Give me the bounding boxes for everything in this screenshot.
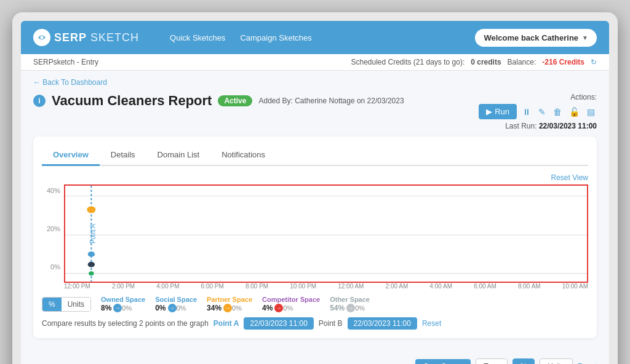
credits-info: Scheduled Credits (21 days to go): 0 cre…	[351, 58, 597, 66]
compare-text: Compare results by selecting 2 points on…	[42, 319, 209, 328]
legend-competitor: Competitor Space 4% → 0%	[262, 296, 320, 312]
balance-value: -216 Credits	[542, 58, 584, 66]
x-label-600pm: 6:00 PM	[201, 283, 224, 290]
tab-notifications[interactable]: Notifications	[210, 145, 276, 166]
x-label-400pm: 4:00 PM	[156, 283, 179, 290]
nav-links: Quick Sketches Campaign Sketches	[170, 33, 463, 42]
tab-domain-list[interactable]: Domain List	[146, 145, 211, 166]
pct-toggle-btn[interactable]: %	[42, 298, 62, 311]
chart-x-axis: 12:00 PM 2:00 PM 4:00 PM 6:00 PM 8:00 PM…	[64, 283, 588, 290]
partner-space-value: 34% → 0%	[207, 304, 252, 312]
other-space-title: Other Space	[330, 296, 370, 303]
serp-space-button[interactable]: Serp Space	[415, 359, 471, 364]
view-toggle: % Units	[42, 297, 91, 312]
chart-svg: Point A	[65, 186, 587, 282]
overview-tabs: Overview Details Domain List Notificatio…	[42, 145, 588, 166]
lock-button[interactable]: 🔓	[567, 105, 581, 119]
legend-social: Social Space 0% → 0%	[155, 296, 197, 312]
tab-overview[interactable]: Overview	[42, 145, 100, 166]
owned-space-change: → 0%	[113, 304, 132, 312]
back-to-dashboard-link[interactable]: ← Back To Dashboard	[33, 78, 597, 87]
legend-other: Other Space 54% → 0%	[330, 296, 370, 312]
run-button[interactable]: ▶ Run	[479, 104, 517, 119]
other-space-change: → 0%	[346, 304, 365, 312]
top-navigation: SERPSKETCH Quick Sketches Campaign Sketc…	[21, 21, 609, 54]
x-label-200am: 2:00 AM	[386, 283, 409, 290]
x-label-1200am: 12:00 AM	[338, 283, 364, 290]
svg-point-6	[87, 206, 95, 213]
sub-navigation: SERPsketch - Entry Scheduled Credits (21…	[21, 54, 609, 71]
datetime-b-badge[interactable]: 22/03/2023 11:00	[348, 317, 417, 330]
partner-space-change: → 0%	[223, 304, 242, 312]
last-run-date: 22/03/2023 11:00	[539, 122, 597, 130]
competitor-space-change: → 0%	[274, 304, 293, 312]
bottom-toolbar: Serp Space Tags % Units Reset	[21, 354, 609, 364]
chart-legend: % Units Owned Space 8% → 0%	[42, 296, 588, 312]
edit-button[interactable]: ✎	[536, 105, 548, 119]
svg-point-7	[88, 251, 95, 257]
x-label-400am: 4:00 AM	[429, 283, 452, 290]
owned-space-title: Owned Space	[101, 296, 145, 303]
export-button[interactable]: ▤	[585, 105, 597, 119]
scheduled-label: Scheduled Credits (21 days to go):	[351, 58, 465, 66]
svg-point-9	[89, 271, 94, 275]
competitor-space-title: Competitor Space	[262, 296, 320, 303]
logo: SERPSKETCH	[33, 29, 139, 46]
balance-label: Balance:	[508, 58, 536, 66]
units-toggle-btn[interactable]: Units	[62, 298, 90, 311]
delete-button[interactable]: 🗑	[551, 105, 564, 119]
legend-owned: Owned Space 8% → 0%	[101, 296, 145, 312]
owned-space-value: 8% → 0%	[101, 304, 145, 312]
chart-main[interactable]: Point A	[64, 184, 588, 283]
competitor-change-icon: →	[274, 304, 283, 312]
owned-change-icon: →	[113, 304, 122, 312]
x-label-200pm: 2:00 PM	[112, 283, 135, 290]
action-buttons: ▶ Run ⏸ ✎ 🗑 🔓 ▤	[479, 104, 597, 119]
datetime-a-badge[interactable]: 22/03/2023 11:00	[244, 317, 313, 330]
point-b-separator: Point B	[319, 319, 343, 328]
svg-point-8	[88, 262, 95, 267]
campaign-sketches-link[interactable]: Campaign Sketches	[240, 33, 311, 42]
refresh-icon[interactable]: ↻	[591, 58, 597, 66]
units-button[interactable]: Units	[540, 358, 572, 364]
x-label-800pm: 8:00 PM	[245, 283, 268, 290]
actions-label: Actions:	[479, 93, 597, 101]
added-by: Added By: Catherine Nottage on 22/03/202…	[258, 97, 404, 105]
report-card: Overview Details Domain List Notificatio…	[33, 136, 597, 338]
welcome-user-label: Welcome back Catherine	[484, 33, 578, 42]
logo-serp: SERP	[54, 31, 87, 44]
logo-icon	[33, 29, 50, 46]
chart-y-axis: 40% 20% 0%	[42, 184, 64, 283]
welcome-user-button[interactable]: Welcome back Catherine ▼	[475, 29, 597, 47]
partner-change-icon: →	[223, 304, 232, 312]
reset-view-link[interactable]: Reset View	[42, 173, 588, 182]
x-label-600am: 6:00 AM	[474, 283, 496, 290]
report-info-icon: i	[33, 95, 46, 107]
compare-reset-link[interactable]: Reset	[422, 319, 441, 328]
svg-point-0	[40, 36, 43, 39]
credits-value: 0 credits	[471, 58, 501, 66]
svg-text:Point A: Point A	[89, 224, 97, 243]
tags-button[interactable]: Tags	[476, 358, 507, 364]
status-badge: Active	[218, 95, 252, 106]
report-title: Vacuum Cleaners Report	[52, 93, 212, 109]
x-label-1000pm: 10:00 PM	[290, 283, 316, 290]
chart-wrapper: Reset View 40% 20% 0%	[42, 173, 588, 290]
play-icon: ▶	[486, 107, 492, 116]
other-change-icon: →	[346, 304, 355, 312]
x-label-1000am: 10:00 AM	[562, 283, 588, 290]
tab-details[interactable]: Details	[100, 145, 146, 166]
quick-sketches-link[interactable]: Quick Sketches	[170, 33, 225, 42]
partner-space-title: Partner Space	[207, 296, 252, 303]
chart-container: 40% 20% 0%	[42, 184, 588, 283]
pct-button[interactable]: %	[512, 358, 535, 364]
main-content: ← Back To Dashboard i Vacuum Cleaners Re…	[21, 71, 609, 354]
legend-partner: Partner Space 34% → 0%	[207, 296, 252, 312]
y-label-20: 20%	[42, 225, 60, 232]
actions-area: Actions: ▶ Run ⏸ ✎ 🗑 🔓 ▤ Last Run:	[479, 93, 597, 130]
run-label: Run	[495, 107, 509, 116]
social-space-value: 0% → 0%	[155, 304, 197, 312]
pause-button[interactable]: ⏸	[520, 105, 533, 119]
report-header: i Vacuum Cleaners Report Active Added By…	[33, 93, 597, 130]
point-a-label: Point A	[213, 319, 239, 328]
